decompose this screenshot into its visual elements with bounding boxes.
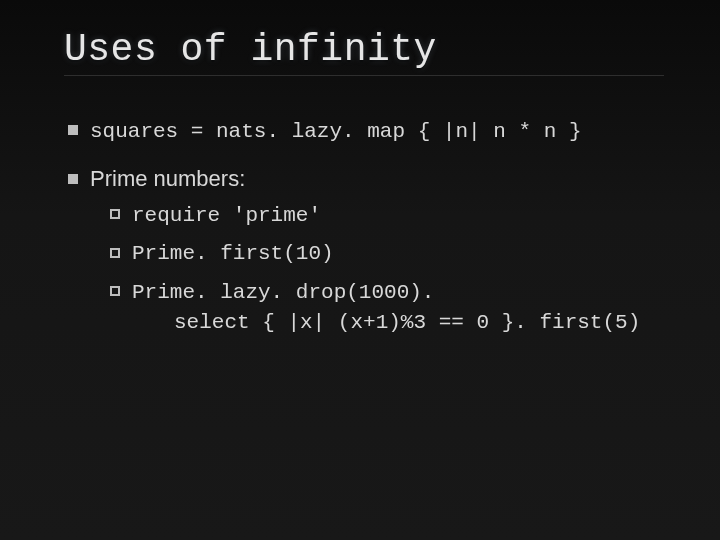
heading-text: Prime numbers: <box>90 166 245 191</box>
list-item: Prime. lazy. drop(1000). select { |x| (x… <box>106 279 664 338</box>
slide-title: Uses of infinity <box>64 28 664 76</box>
list-item: Prime. first(10) <box>106 240 664 268</box>
list-item: require 'prime' <box>106 202 664 230</box>
list-item: Prime numbers: require 'prime' Prime. fi… <box>64 164 664 337</box>
bullet-list: squares = nats. lazy. map { |n| n * n } … <box>64 116 664 337</box>
code-text: Prime. first(10) <box>132 242 334 265</box>
code-text: Prime. lazy. drop(1000). <box>132 281 434 304</box>
code-continuation: select { |x| (x+1)%3 == 0 }. first(5) <box>132 309 664 337</box>
slide: Uses of infinity squares = nats. lazy. m… <box>0 0 720 383</box>
sub-bullet-list: require 'prime' Prime. first(10) Prime. … <box>106 202 664 337</box>
code-text: require 'prime' <box>132 204 321 227</box>
list-item: squares = nats. lazy. map { |n| n * n } <box>64 116 664 146</box>
code-text: squares = nats. lazy. map { |n| n * n } <box>90 120 581 143</box>
